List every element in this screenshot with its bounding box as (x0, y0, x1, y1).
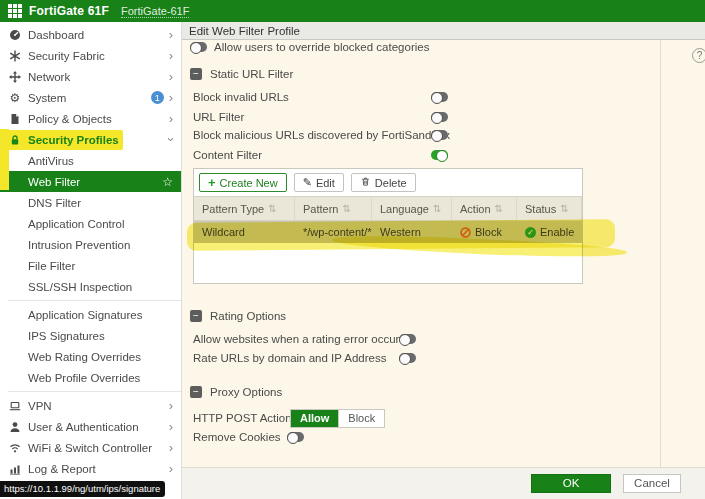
user-icon (8, 421, 22, 433)
rating-error-row: Allow websites when a rating error occur… (193, 333, 405, 345)
block-option[interactable]: Block (338, 410, 384, 427)
sidebar-item-intrusion-prevention[interactable]: Intrusion Prevention (0, 234, 181, 255)
action-cell: Block (452, 221, 517, 243)
sidebar-item-ssl-ssh-inspection[interactable]: SSL/SSH Inspection (0, 276, 181, 297)
security-fabric-icon (8, 50, 22, 62)
chevron-right-icon: › (169, 91, 173, 104)
sidebar-item-dns-filter[interactable]: DNS Filter (0, 192, 181, 213)
rate-urls-toggle[interactable] (399, 353, 416, 363)
page-title: Edit Web Filter Profile (189, 25, 300, 37)
create-new-button[interactable]: + Create New (199, 173, 287, 192)
delete-button[interactable]: Delete (351, 173, 416, 192)
sidebar-nav: Dashboard › Security Fabric › Network › … (0, 22, 182, 499)
web-filter-form: ? Allow users to override blocked catego… (182, 40, 705, 467)
block-invalid-urls-row: Block invalid URLs (193, 91, 289, 103)
sidebar-item-network[interactable]: Network › (0, 66, 181, 87)
chevron-right-icon: › (169, 49, 173, 62)
sidebar-item-user-authentication[interactable]: User & Authentication › (0, 416, 181, 437)
highlighter-strip (0, 129, 9, 190)
url-filter-table: + Create New ✎ Edit Delete Pattern Type⇅… (193, 168, 583, 284)
chevron-right-icon: › (169, 70, 173, 83)
gear-icon: ⚙ (8, 91, 22, 105)
http-post-segmented-control: Allow Block (290, 409, 385, 428)
sidebar-item-web-profile-overrides[interactable]: Web Profile Overrides (0, 367, 181, 388)
network-icon (8, 71, 22, 83)
notification-badge: 1 (151, 91, 164, 104)
column-header-status[interactable]: Status⇅ (517, 197, 582, 220)
proxy-options-section-header: − Proxy Options (190, 386, 282, 398)
form-footer: OK Cancel (182, 467, 705, 499)
static-url-filter-section-header: − Static URL Filter (190, 68, 293, 80)
sidebar-item-web-filter[interactable]: Web Filter ☆ (0, 171, 181, 192)
sidebar-item-application-control[interactable]: Application Control (0, 213, 181, 234)
chevron-right-icon: › (169, 441, 173, 454)
url-filter-toggle[interactable] (431, 112, 448, 122)
ok-button[interactable]: OK (531, 474, 611, 493)
enable-status-icon: ✓ (525, 227, 536, 238)
sidebar-item-security-fabric[interactable]: Security Fabric › (0, 45, 181, 66)
content-filter-row: Content Filter (193, 149, 262, 161)
fortisandbox-toggle[interactable] (431, 130, 448, 140)
sidebar-item-vpn[interactable]: VPN › (0, 395, 181, 416)
chevron-down-icon: › (164, 137, 177, 141)
sidebar-item-antivirus[interactable]: AntiVirus (0, 150, 181, 171)
wifi-icon (8, 442, 22, 454)
rate-urls-row: Rate URLs by domain and IP Address (193, 352, 386, 364)
status-cell: ✓ Enable (517, 221, 582, 243)
column-header-action[interactable]: Action⇅ (452, 197, 517, 220)
sidebar-item-application-signatures[interactable]: Application Signatures (0, 304, 181, 325)
sort-icon: ⇅ (560, 203, 568, 214)
sidebar-divider (8, 300, 181, 301)
top-bar: FortiGate 61F FortiGate-61F (0, 0, 705, 22)
column-header-language[interactable]: Language⇅ (372, 197, 452, 220)
chevron-right-icon: › (169, 28, 173, 41)
column-header-pattern-type[interactable]: Pattern Type⇅ (194, 197, 295, 220)
remove-cookies-toggle[interactable] (287, 432, 304, 442)
sort-icon: ⇅ (495, 203, 503, 214)
table-toolbar: + Create New ✎ Edit Delete (194, 169, 582, 196)
allow-option[interactable]: Allow (291, 410, 338, 427)
collapse-icon[interactable]: − (190, 68, 202, 80)
cancel-button[interactable]: Cancel (623, 474, 681, 493)
sidebar-item-wifi-switch-controller[interactable]: WiFi & Switch Controller › (0, 437, 181, 458)
pattern-cell: */wp-content/* (295, 221, 372, 243)
collapse-icon[interactable]: − (190, 310, 202, 322)
sort-icon: ⇅ (268, 203, 276, 214)
pencil-icon: ✎ (303, 176, 312, 189)
http-post-action-row: HTTP POST Action Allow Block (193, 408, 292, 428)
sidebar-item-dashboard[interactable]: Dashboard › (0, 24, 181, 45)
trash-icon (360, 176, 371, 189)
help-icon[interactable]: ? (692, 48, 705, 63)
chevron-right-icon: › (169, 399, 173, 412)
rating-error-toggle[interactable] (399, 334, 416, 344)
sidebar-item-log-report[interactable]: Log & Report › (0, 458, 181, 479)
sidebar-item-file-filter[interactable]: File Filter (0, 255, 181, 276)
sidebar-item-ips-signatures[interactable]: IPS Signatures (0, 325, 181, 346)
sidebar-item-system[interactable]: ⚙ System 1 › (0, 87, 181, 108)
table-header-row: Pattern Type⇅ Pattern⇅ Language⇅ Action⇅… (194, 196, 582, 221)
page-header: Edit Web Filter Profile (182, 22, 705, 40)
sidebar-item-security-profiles[interactable]: Security Profiles › (0, 129, 181, 150)
sidebar-item-policy-objects[interactable]: Policy & Objects › (0, 108, 181, 129)
language-cell: Western (372, 221, 452, 243)
collapse-icon[interactable]: − (190, 386, 202, 398)
main-panel: Edit Web Filter Profile ? Allow users to… (182, 22, 705, 499)
content-filter-toggle[interactable] (431, 150, 448, 160)
override-blocked-categories-toggle[interactable] (190, 42, 207, 52)
panel-divider (660, 40, 661, 467)
column-header-pattern[interactable]: Pattern⇅ (295, 197, 372, 220)
edit-button[interactable]: ✎ Edit (294, 173, 344, 192)
laptop-icon (8, 400, 22, 412)
plus-icon: + (208, 176, 216, 189)
block-invalid-urls-toggle[interactable] (431, 92, 448, 102)
favorite-star-icon[interactable]: ☆ (162, 175, 173, 189)
block-malicious-urls-row: Block malicious URLs discovered by Forti… (193, 129, 450, 141)
sidebar-item-web-rating-overrides[interactable]: Web Rating Overrides (0, 346, 181, 367)
sort-icon: ⇅ (433, 203, 441, 214)
block-action-icon (460, 227, 471, 238)
chevron-right-icon: › (169, 462, 173, 475)
table-row[interactable]: Wildcard */wp-content/* Western Block ✓ … (194, 221, 582, 243)
hostname-link[interactable]: FortiGate-61F (121, 5, 189, 18)
bar-chart-icon (8, 463, 22, 475)
chevron-right-icon: › (169, 112, 173, 125)
